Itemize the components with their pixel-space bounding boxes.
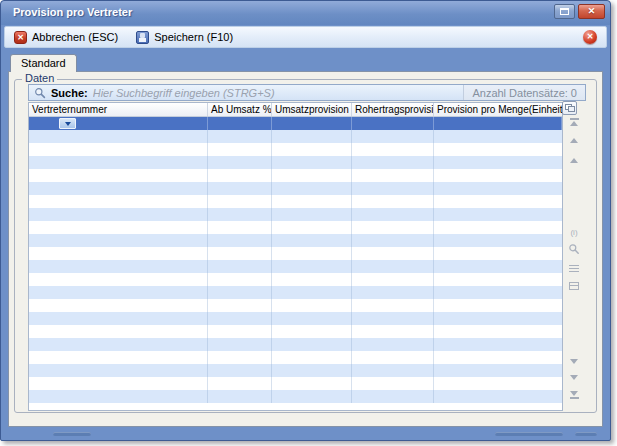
table-row[interactable]	[29, 130, 562, 143]
table-cell	[434, 234, 562, 247]
table-row[interactable]	[29, 325, 562, 338]
table-row[interactable]	[29, 364, 562, 377]
table-cell	[272, 130, 352, 143]
search-records-button[interactable]	[568, 243, 580, 255]
data-grid: VertreternummerAb Umsatz %Umsatzprovisio…	[28, 102, 563, 411]
column-header[interactable]: Vertreternummer	[29, 103, 208, 116]
table-row[interactable]	[29, 299, 562, 312]
table-cell	[352, 338, 434, 351]
table-cell	[29, 247, 208, 260]
table-cell	[352, 182, 434, 195]
cancel-button[interactable]: ✕ Abbrechen (ESC)	[14, 31, 118, 44]
table-cell	[272, 260, 352, 273]
table-cell	[208, 312, 272, 325]
table-cell	[29, 195, 208, 208]
table-cell	[352, 130, 434, 143]
table-cell	[352, 143, 434, 156]
table-row[interactable]	[29, 377, 562, 390]
column-header[interactable]: Umsatzprovision	[272, 103, 352, 116]
table-cell	[29, 286, 208, 299]
table-row[interactable]	[29, 338, 562, 351]
frame-ornament	[575, 432, 597, 436]
table-row[interactable]	[29, 260, 562, 273]
floppy-disk-icon	[136, 31, 149, 44]
table-row[interactable]	[29, 247, 562, 260]
table-row[interactable]	[29, 208, 562, 221]
cell-dropdown-button[interactable]	[59, 118, 76, 129]
table-cell	[352, 260, 434, 273]
table-cell	[29, 234, 208, 247]
table-row[interactable]	[29, 182, 562, 195]
table-cell	[29, 377, 208, 390]
column-header[interactable]: Rohertragsprovision	[352, 103, 434, 116]
notes-button[interactable]	[569, 265, 579, 273]
save-button[interactable]: Speichern (F10)	[136, 31, 233, 44]
table-cell	[208, 143, 272, 156]
tab-page: Daten Suche: Hier Suchbegriff eingeben (…	[8, 71, 603, 427]
table-cell	[29, 312, 208, 325]
frame-ornament	[53, 432, 91, 436]
titlebar: Provision pro Vertreter ✕	[1, 1, 610, 25]
table-cell	[29, 325, 208, 338]
table-row[interactable]	[29, 143, 562, 156]
table-cell	[208, 195, 272, 208]
table-row[interactable]	[29, 351, 562, 364]
table-row[interactable]	[29, 156, 562, 169]
table-view-button[interactable]	[569, 282, 579, 290]
table-row[interactable]	[29, 195, 562, 208]
table-cell	[434, 325, 562, 338]
table-cell	[29, 156, 208, 169]
search-input[interactable]: Hier Suchbegriff eingeben (STRG+S)	[93, 87, 464, 99]
grid-navigator: (i)	[565, 116, 583, 410]
table-cell	[434, 169, 562, 182]
table-row[interactable]	[29, 312, 562, 325]
table-row[interactable]	[29, 169, 562, 182]
column-header[interactable]: Provision pro Menge(Einheit)	[434, 103, 562, 116]
table-cell	[434, 208, 562, 221]
cancel-button-label: Abbrechen (ESC)	[32, 31, 118, 43]
table-cell	[434, 130, 562, 143]
next-record-button[interactable]	[568, 359, 580, 364]
table-cell	[352, 234, 434, 247]
next-page-button[interactable]	[568, 375, 580, 380]
table-cell	[29, 208, 208, 221]
table-row[interactable]	[29, 234, 562, 247]
restore-button[interactable]	[554, 4, 575, 19]
table-cell	[208, 247, 272, 260]
stop-button[interactable]: ✕	[583, 30, 597, 44]
first-record-button[interactable]	[568, 118, 580, 126]
table-row[interactable]	[29, 221, 562, 234]
table-cell	[434, 338, 562, 351]
table-row[interactable]	[29, 117, 562, 130]
table-cell	[352, 351, 434, 364]
table-cell	[434, 247, 562, 260]
table-cell	[272, 195, 352, 208]
column-chooser-button[interactable]	[562, 101, 577, 115]
table-cell	[208, 234, 272, 247]
table-cell	[208, 156, 272, 169]
table-cell	[272, 364, 352, 377]
table-cell	[208, 117, 272, 130]
column-header[interactable]: Ab Umsatz %	[208, 103, 272, 116]
last-record-button[interactable]	[568, 391, 580, 399]
table-cell	[208, 221, 272, 234]
table-row[interactable]	[29, 390, 562, 403]
table-row[interactable]	[29, 286, 562, 299]
table-cell	[272, 312, 352, 325]
previous-page-icon	[570, 138, 578, 143]
table-cell	[352, 208, 434, 221]
groupbox-label: Daten	[22, 72, 57, 84]
previous-record-button[interactable]	[568, 158, 580, 163]
record-info-button[interactable]: (i)	[565, 228, 583, 237]
previous-page-button[interactable]	[568, 138, 580, 143]
next-record-icon	[570, 359, 578, 364]
table-cell	[29, 338, 208, 351]
close-button[interactable]: ✕	[578, 4, 605, 19]
daten-groupbox: Daten Suche: Hier Suchbegriff eingeben (…	[14, 79, 597, 413]
table-cell	[29, 364, 208, 377]
table-cell	[272, 299, 352, 312]
tab-standard[interactable]: Standard	[10, 54, 77, 72]
search-label: Suche:	[51, 87, 88, 99]
table-row[interactable]	[29, 273, 562, 286]
table-cell	[272, 208, 352, 221]
